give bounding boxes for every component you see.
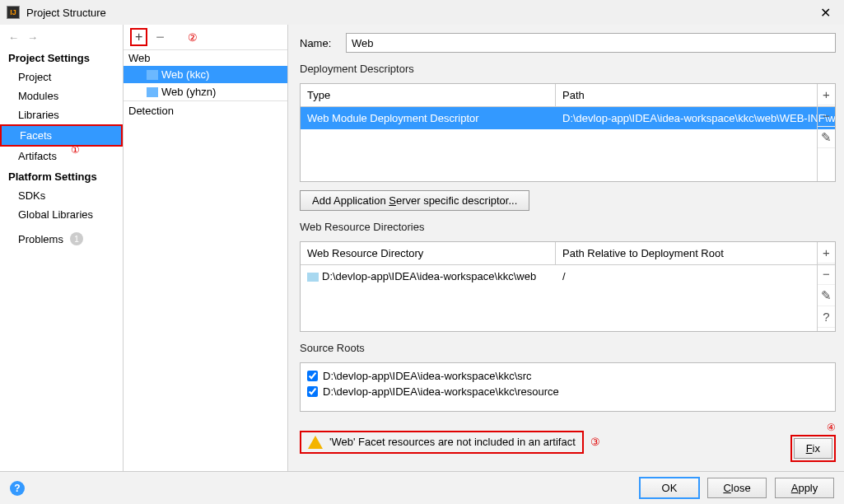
web-resource-title: Web Resource Directories — [300, 221, 836, 233]
tree-node-label: Web (yhzn) — [161, 86, 216, 98]
tree-node-label: Web (kkc) — [161, 68, 209, 81]
tree-node-web-yhzn[interactable]: Web (yhzn) — [124, 83, 287, 100]
settings-nav: ← → Project Settings Project Modules Lib… — [0, 25, 124, 471]
add-server-descriptor-button[interactable]: Add Application Server specific descript… — [300, 190, 529, 211]
close-button[interactable]: Close — [707, 478, 767, 498]
annotation-4: ④ — [827, 422, 836, 433]
table-header: Web Resource Directory Path Relative to … — [301, 242, 835, 265]
fix-box: Fix — [790, 435, 836, 462]
cell-path: D:\devlop-app\IDEA\idea-workspace\kkc\we… — [556, 107, 835, 129]
project-settings-header: Project Settings — [0, 47, 123, 68]
table-side-actions: + − ✎ ? — [817, 242, 835, 331]
add-icon[interactable]: + — [818, 242, 835, 264]
app-icon: IJ — [7, 6, 20, 19]
col-directory: Web Resource Directory — [301, 242, 556, 264]
add-icon[interactable]: + — [818, 84, 835, 105]
annotation-3: ③ — [590, 436, 600, 448]
name-input[interactable] — [346, 33, 836, 53]
warning-text: 'Web' Facet resources are not included i… — [329, 436, 576, 448]
edit-icon[interactable]: ✎ — [818, 127, 835, 148]
deployment-descriptors-table: Type Path Web Module Deployment Descript… — [300, 83, 836, 182]
window-title: Project Structure — [26, 7, 106, 19]
col-path: Path — [556, 84, 835, 106]
facet-editor: Name: Deployment Descriptors Type Path W… — [288, 25, 844, 471]
tree-node-web[interactable]: Web — [124, 49, 287, 66]
forward-icon[interactable]: → — [27, 31, 38, 44]
tree-node-detection[interactable]: Detection — [124, 100, 287, 120]
cell-relative: / — [556, 265, 835, 287]
deployment-descriptors-title: Deployment Descriptors — [300, 63, 836, 75]
help-icon[interactable]: ? — [10, 481, 25, 496]
nav-history: ← → — [0, 28, 123, 47]
nav-global-libraries[interactable]: Global Libraries — [0, 205, 123, 224]
source-root-checkbox[interactable] — [307, 386, 318, 397]
annotation-1: ① — [71, 144, 80, 156]
nav-project[interactable]: Project — [0, 68, 123, 86]
name-label: Name: — [300, 37, 338, 49]
source-roots-title: Source Roots — [300, 342, 836, 354]
platform-settings-header: Platform Settings — [0, 166, 123, 186]
edit-icon[interactable]: ✎ — [818, 285, 835, 306]
nav-sdks[interactable]: SDKs — [0, 186, 123, 205]
remove-icon[interactable]: − — [818, 105, 835, 127]
problems-count-badge: 1 — [70, 232, 83, 245]
close-icon[interactable]: ✕ — [814, 3, 837, 22]
ok-button[interactable]: OK — [640, 478, 699, 498]
nav-artifacts[interactable]: Artifacts — [0, 147, 123, 166]
dialog-footer: ? OK Close Apply — [0, 471, 844, 504]
back-icon[interactable]: ← — [8, 31, 19, 44]
add-facet-button[interactable]: + — [130, 28, 147, 46]
remove-facet-button[interactable]: − — [154, 29, 166, 46]
tree-node-web-kkc[interactable]: Web (kkc) — [124, 66, 287, 83]
tree-toolbar: + − ② — [124, 25, 287, 49]
web-resource-table: Web Resource Directory Path Relative to … — [300, 241, 836, 332]
table-side-actions: + − ✎ — [817, 84, 835, 181]
warning-box: 'Web' Facet resources are not included i… — [300, 431, 584, 454]
facet-tree: + − ② Web Web (kkc) Web (yhzn) Detection — [124, 25, 288, 471]
nav-problems-label: Problems — [18, 233, 63, 245]
source-root-path: D:\devlop-app\IDEA\idea-workspace\kkc\re… — [323, 385, 559, 398]
source-root-item[interactable]: D:\devlop-app\IDEA\idea-workspace\kkc\re… — [307, 384, 828, 399]
apply-button[interactable]: Apply — [775, 478, 834, 498]
nav-modules[interactable]: Modules — [0, 86, 123, 105]
table-row[interactable]: D:\devlop-app\IDEA\idea-workspace\kkc\we… — [301, 265, 835, 287]
annotation-2: ② — [188, 31, 198, 44]
nav-problems[interactable]: Problems 1 — [0, 224, 123, 249]
web-icon — [147, 87, 158, 97]
warning-row: 'Web' Facet resources are not included i… — [300, 422, 836, 462]
nav-facets[interactable]: Facets — [0, 124, 123, 147]
col-type: Type — [301, 84, 556, 106]
warning-icon — [308, 436, 323, 449]
folder-icon — [307, 273, 319, 282]
col-relative: Path Relative to Deployment Root — [556, 242, 835, 264]
web-icon — [147, 70, 158, 80]
source-root-checkbox[interactable] — [307, 371, 318, 381]
table-header: Type Path — [301, 84, 835, 107]
nav-libraries[interactable]: Libraries — [0, 105, 123, 124]
main-area: ← → Project Settings Project Modules Lib… — [0, 25, 844, 471]
cell-type: Web Module Deployment Descriptor — [301, 107, 556, 129]
name-row: Name: — [300, 33, 836, 53]
fix-container: ④ Fix — [790, 422, 836, 462]
fix-button[interactable]: Fix — [794, 438, 832, 459]
source-root-item[interactable]: D:\devlop-app\IDEA\idea-workspace\kkc\sr… — [307, 368, 828, 384]
cell-directory: D:\devlop-app\IDEA\idea-workspace\kkc\we… — [301, 265, 556, 287]
remove-icon[interactable]: − — [818, 264, 835, 285]
help-icon[interactable]: ? — [818, 306, 835, 328]
titlebar: IJ Project Structure ✕ — [0, 0, 844, 25]
source-root-path: D:\devlop-app\IDEA\idea-workspace\kkc\sr… — [323, 370, 532, 382]
source-roots-panel: D:\devlop-app\IDEA\idea-workspace\kkc\sr… — [300, 362, 836, 412]
table-row[interactable]: Web Module Deployment Descriptor D:\devl… — [301, 107, 835, 129]
